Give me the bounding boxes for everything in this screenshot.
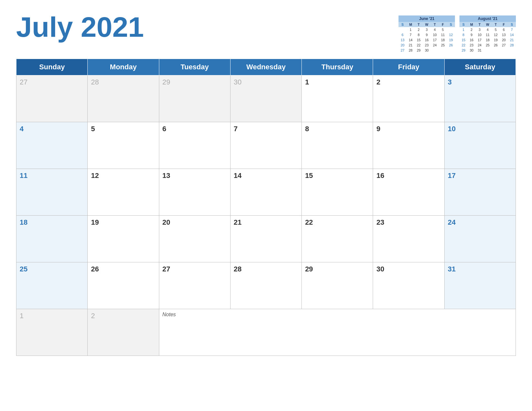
notes-cell: Notes (159, 309, 516, 356)
calendar-day-cell: 17 (444, 169, 516, 216)
mini-cal-day: 29 (415, 48, 423, 53)
day-number: 15 (305, 171, 313, 180)
calendar-day-cell: 29 (159, 75, 230, 122)
june-mini-calendar: June '21 S M T W T F S 12345678910111213… (399, 15, 455, 53)
august-mini-title: August '21 (459, 15, 516, 22)
june-col-fri: F (439, 22, 447, 27)
august-mini-calendar: August '21 S M T W T F S 123456789101112… (459, 15, 516, 53)
calendar-day-cell: 4 (16, 122, 88, 169)
aug-col-sat: S (508, 22, 516, 27)
mini-cal-day: 12 (447, 32, 455, 37)
day-number: 25 (20, 265, 27, 273)
mini-cal-day (399, 27, 407, 32)
calendar-week-row: 27282930123 (16, 75, 516, 122)
mini-cal-day: 26 (492, 43, 500, 48)
day-number: 28 (234, 265, 241, 273)
calendar-header-tuesday: Tuesday (159, 59, 230, 75)
mini-cal-day (447, 48, 455, 53)
day-number: 1 (20, 312, 24, 320)
mini-cal-day: 27 (399, 48, 407, 53)
day-number: 28 (91, 78, 99, 86)
aug-col-tue: T (476, 22, 484, 27)
mini-cal-day: 24 (431, 43, 439, 48)
day-number: 26 (91, 265, 99, 273)
mini-cal-day (439, 48, 447, 53)
mini-cal-day (508, 48, 516, 53)
notes-day-2: 2 (88, 309, 159, 356)
day-number: 27 (20, 78, 27, 86)
calendar-header-saturday: Saturday (444, 59, 516, 75)
calendar-day-cell: 26 (88, 262, 159, 309)
calendar-day-cell: 21 (230, 216, 301, 262)
june-col-sat: S (447, 22, 455, 27)
notes-label: Notes (163, 312, 176, 317)
calendar-day-cell: 28 (88, 75, 159, 122)
aug-col-fri: F (500, 22, 508, 27)
calendar-day-cell: 2 (373, 75, 444, 122)
day-number: 21 (234, 218, 241, 226)
mini-cal-day: 1 (407, 27, 415, 32)
day-number: 11 (20, 171, 27, 180)
page-header: July 2021 June '21 S M T W T F S 1234567… (16, 13, 516, 53)
calendar-day-cell: 16 (373, 169, 444, 216)
mini-cal-day: 14 (508, 32, 516, 37)
calendar-day-cell: 6 (159, 122, 230, 169)
day-number: 18 (20, 218, 27, 226)
calendar-header-thursday: Thursday (302, 59, 373, 75)
mini-cal-day: 30 (423, 48, 431, 53)
notes-day-1: 1 (16, 309, 88, 356)
mini-cal-day: 24 (476, 43, 484, 48)
mini-cal-day: 18 (439, 37, 447, 43)
mini-cal-day: 19 (492, 37, 500, 43)
june-mini-title: June '21 (399, 15, 455, 22)
day-number: 17 (448, 171, 456, 180)
mini-cal-day: 19 (447, 37, 455, 43)
mini-cal-day: 20 (500, 37, 508, 43)
mini-cal-day (431, 48, 439, 53)
day-number: 19 (91, 218, 99, 226)
day-number: 5 (91, 125, 95, 133)
june-col-wed: W (423, 22, 431, 27)
mini-cal-day: 15 (459, 37, 468, 43)
day-number: 16 (376, 171, 384, 180)
mini-cal-day (447, 27, 455, 32)
aug-col-thu: T (492, 22, 500, 27)
mini-cal-day: 22 (415, 43, 423, 48)
calendar-day-cell: 11 (16, 169, 88, 216)
day-number: 2 (91, 312, 95, 320)
mini-cal-day: 29 (459, 48, 468, 53)
mini-cal-day: 11 (484, 32, 492, 37)
mini-cal-day: 17 (476, 37, 484, 43)
calendar-header-sunday: Sunday (16, 59, 88, 75)
mini-cal-day: 31 (476, 48, 484, 53)
aug-col-wed: W (484, 22, 492, 27)
page-title: July 2021 (16, 13, 144, 41)
day-number: 3 (448, 78, 452, 86)
calendar-week-row: 25262728293031 (16, 262, 516, 309)
notes-row: 12Notes (16, 309, 516, 356)
day-number: 9 (376, 125, 380, 133)
mini-cal-day: 21 (407, 43, 415, 48)
calendar-day-cell: 10 (444, 122, 516, 169)
mini-cal-day: 20 (399, 43, 407, 48)
day-number: 8 (305, 125, 309, 133)
calendar-header-friday: Friday (373, 59, 444, 75)
mini-cal-day: 5 (439, 27, 447, 32)
mini-cal-day: 7 (508, 27, 516, 32)
mini-cal-day: 30 (468, 48, 476, 53)
calendar-day-cell: 1 (302, 75, 373, 122)
mini-cal-day: 4 (484, 27, 492, 32)
calendar-week-row: 45678910 (16, 122, 516, 169)
calendar-day-cell: 24 (444, 216, 516, 262)
calendar-day-cell: 30 (230, 75, 301, 122)
calendar-day-cell: 29 (302, 262, 373, 309)
mini-cal-day: 22 (459, 43, 468, 48)
june-col-sun: S (399, 22, 407, 27)
day-number: 12 (91, 171, 99, 180)
mini-cal-day: 26 (447, 43, 455, 48)
mini-cal-day: 5 (492, 27, 500, 32)
calendar-day-cell: 25 (16, 262, 88, 309)
day-number: 30 (376, 265, 384, 273)
calendar-week-row: 18192021222324 (16, 216, 516, 262)
day-number: 2 (376, 78, 380, 86)
